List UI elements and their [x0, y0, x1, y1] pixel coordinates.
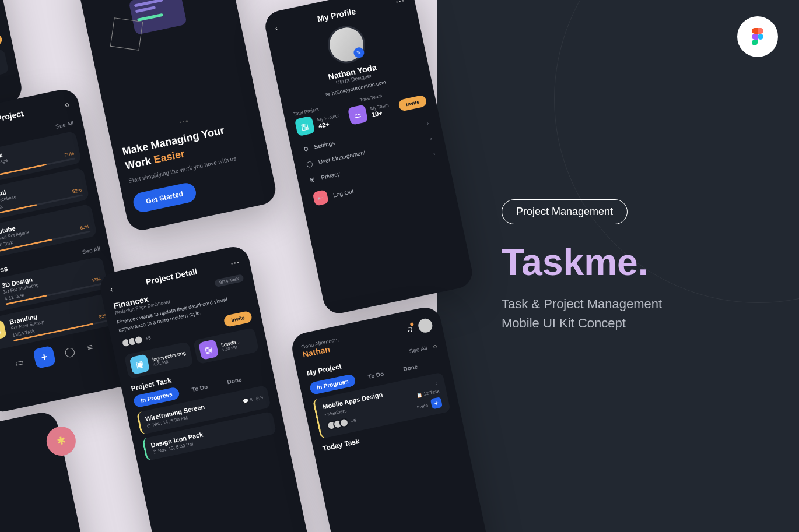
get-started-button[interactable]: Get Started: [131, 181, 197, 214]
phone-fragment-bottom: ✱: [0, 410, 91, 532]
task-count-badge: 9/14 Task: [214, 274, 244, 287]
file-icon: ▤: [198, 339, 219, 360]
menu-icon[interactable]: ≡: [84, 341, 96, 353]
more-icon[interactable]: ⋯: [394, 0, 406, 8]
search-icon[interactable]: ⌕: [64, 99, 70, 108]
tab-todo[interactable]: To Do: [184, 379, 216, 397]
figma-badge: [737, 16, 778, 57]
logout-icon: ⇤: [313, 189, 329, 206]
edit-icon[interactable]: ✎: [353, 47, 365, 59]
invite-button[interactable]: Invite: [223, 311, 253, 327]
user-icon[interactable]: ◯: [64, 346, 76, 358]
my-project-label: My Project: [306, 362, 342, 377]
see-all-link[interactable]: See All: [409, 344, 428, 354]
tab-done[interactable]: Done: [395, 359, 426, 377]
phone-home: Good Afternoon, Nathan ♫ My Project See …: [289, 305, 491, 532]
chevron-right-icon: ›: [426, 119, 430, 126]
invite-button[interactable]: Invite: [398, 94, 427, 111]
user-icon: ◯: [306, 160, 313, 168]
chevron-right-icon: ›: [435, 379, 439, 386]
shield-icon: ⛨: [309, 176, 316, 184]
team-icon: ⚍: [348, 104, 369, 125]
mockups-cluster: Invite ▤ flowda... 1.50 MB ⌂ ▭ + ◯ ≡ ‹ M…: [0, 0, 574, 532]
see-all-link[interactable]: See All: [55, 119, 74, 129]
clipboard-icon: ▤: [0, 320, 7, 341]
add-button[interactable]: +: [33, 346, 56, 369]
avatar: ✎: [324, 22, 369, 66]
screen-title: My Profile: [276, 0, 396, 32]
search-icon[interactable]: ⌕: [432, 341, 437, 350]
figma-icon: [752, 28, 763, 45]
invite-button[interactable]: Invite: [0, 33, 3, 50]
add-button[interactable]: +: [430, 397, 443, 409]
more-icon[interactable]: ⋯: [229, 256, 241, 269]
chevron-right-icon: ›: [433, 150, 436, 157]
avatar[interactable]: [417, 318, 433, 334]
chevron-right-icon: ›: [429, 135, 433, 142]
project-icon: ▤: [295, 116, 316, 137]
phone-profile: ‹ My Profile ⋯ ✎ Nathan Yoda UI/UX Desig…: [262, 0, 475, 316]
image-icon: ▣: [129, 354, 150, 375]
phone-onboarding: ✱ • • ● Make Managing Your Work Easier S…: [75, 0, 279, 233]
tab-done[interactable]: Done: [219, 372, 250, 390]
member-avatars: [121, 334, 144, 348]
bell-icon[interactable]: ♫: [406, 324, 414, 334]
decoration-star: ✱: [44, 424, 78, 458]
phone-project-detail: ‹ Project Detail ⋯ Financex Redesign Pag…: [97, 244, 311, 532]
member-avatars: [326, 417, 349, 431]
gear-icon: ⚙: [303, 145, 309, 153]
clipboard-icon[interactable]: ▭: [13, 356, 26, 368]
see-all-link[interactable]: See All: [82, 245, 101, 255]
